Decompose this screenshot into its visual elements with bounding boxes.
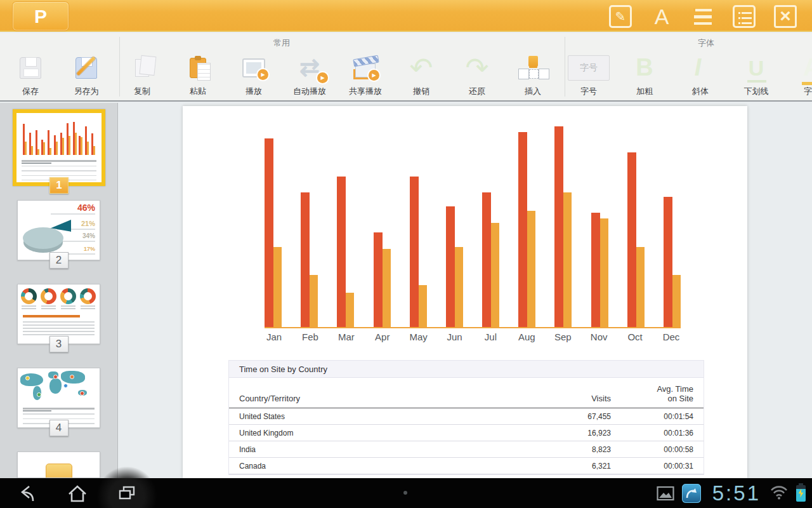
paragraph-line (23, 334, 95, 335)
slide-thumbnail-4[interactable]: 4 (17, 368, 100, 428)
placeholder-icon (46, 464, 72, 478)
android-nav-bar: 5:51 (0, 478, 812, 508)
bar-series-1 (410, 177, 419, 327)
mini-bar (75, 133, 77, 155)
percent-label: 21% (81, 220, 95, 227)
toolbar-item-italic[interactable]: 斜体 (672, 33, 728, 102)
toolbar-item-label: 自动播放 (293, 86, 326, 97)
list-box-icon[interactable] (733, 5, 756, 28)
home-button[interactable] (66, 482, 89, 505)
paragraph-line (23, 321, 95, 323)
bar-series-2 (491, 223, 499, 327)
x-axis-label: Aug (517, 331, 536, 342)
table-cell: 00:01:54 (611, 408, 704, 425)
recent-apps-button[interactable] (115, 482, 138, 505)
paragraph-line (23, 328, 95, 329)
table-cell: 6,321 (528, 458, 611, 474)
saveas-icon-wrap (64, 50, 108, 85)
slide-number-badge: 3 (49, 336, 69, 352)
toolbar-item-save[interactable]: 保存 (3, 33, 58, 102)
table-header-row: Country/Territory Visits Avg. Time on Si… (229, 378, 704, 408)
bar-series-1 (482, 192, 491, 327)
outline-icon[interactable] (691, 5, 714, 28)
bar-group (374, 232, 391, 327)
caption-line (61, 308, 75, 309)
toolbar-item-insert[interactable]: 插入 (505, 33, 561, 102)
x-axis-label: Oct (625, 331, 645, 342)
toolbar-item-paste[interactable]: 粘贴 (170, 33, 226, 102)
redo-icon (466, 55, 489, 81)
text-format-icon[interactable] (650, 5, 673, 28)
app-logo-letter: P (34, 6, 47, 27)
donut-column (60, 288, 77, 309)
app-notification-icon[interactable] (682, 484, 701, 503)
undo-icon (410, 55, 433, 81)
x-axis-label: Nov (589, 331, 608, 342)
mini-bar-group (54, 135, 58, 155)
table-body: United States67,45500:01:54United Kingdo… (229, 408, 704, 474)
mini-bar-chart (23, 118, 95, 155)
slide-thumbnail-3[interactable]: 3 (17, 284, 100, 344)
bar-series-2 (455, 247, 463, 327)
close-icon[interactable] (774, 5, 797, 28)
fontsize-icon-wrap: 字号 (566, 50, 611, 85)
back-button[interactable] (15, 482, 38, 505)
toolbar-item-bold[interactable]: 加粗 (617, 33, 672, 102)
nav-center-dot (403, 491, 407, 495)
edit-icon[interactable] (609, 5, 632, 28)
bold-icon-wrap (622, 50, 667, 85)
presentation-app: P 常用 字体 保存另存为复制粘贴播放自动播放共享播放撤销还原插入字号字号加粗斜… (0, 0, 812, 508)
font-size-box: 字号 (568, 55, 610, 81)
bar-group (627, 152, 645, 327)
paragraph-line (23, 324, 95, 326)
mini-bar-group (29, 133, 33, 155)
thumbnail-content (16, 113, 102, 182)
play-icon-wrap (232, 50, 276, 85)
caption-line (22, 305, 36, 307)
toolbar-item-fontcolor[interactable]: 字体 (784, 33, 812, 102)
chart-xlabels: JanFebMarAprMayJunJulAugSepNovOctDec (265, 331, 681, 342)
caption-line (41, 305, 56, 307)
toolbar-item-play[interactable]: 播放 (226, 33, 282, 102)
ribbon-toolbar: 常用 字体 保存另存为复制粘贴播放自动播放共享播放撤销还原插入字号字号加粗斜体下… (0, 33, 812, 102)
insert-icon (519, 56, 547, 80)
percent-label: 34% (82, 232, 95, 239)
toolbar-item-copy[interactable]: 复制 (114, 33, 170, 102)
copy-icon-wrap (120, 50, 164, 85)
slide-thumbnail-1[interactable]: 1 (13, 109, 105, 186)
status-tray: 5:51 (657, 478, 806, 508)
toolbar-item-label: 还原 (469, 86, 485, 97)
screenshot-notification-icon[interactable] (657, 486, 674, 501)
map-marker-icon (70, 375, 74, 379)
toolbar-item-underline[interactable]: 下划线 (728, 33, 784, 102)
home-icon (67, 484, 88, 503)
toolbar-item-saveas[interactable]: 另存为 (58, 33, 114, 102)
x-axis-label: Mar (337, 331, 356, 342)
slide-thumbnail-5[interactable] (17, 451, 100, 478)
table-cell: 16,923 (528, 425, 611, 441)
slide-thumbnail-2[interactable]: 46%21%34%17%2 (17, 200, 100, 260)
mini-bar-group (67, 123, 70, 155)
x-axis-label: Jul (481, 331, 500, 342)
mini-bar (56, 142, 58, 155)
toolbar-item-undo[interactable]: 撤销 (393, 33, 449, 102)
table-grid: Country/Territory Visits Avg. Time on Si… (229, 378, 704, 474)
continent-blob (49, 378, 62, 394)
toolbar-item-autoplay[interactable]: 自动播放 (282, 33, 337, 102)
title-bar: P (0, 0, 812, 32)
donut-chart-icon (80, 288, 96, 304)
bar-group (446, 206, 463, 327)
caption-line (41, 308, 56, 309)
data-table: Time on Site by Country Country/Territor… (228, 360, 704, 475)
slide-number-badge: 1 (49, 177, 69, 194)
bar-series-2 (419, 285, 427, 327)
table-cell: 00:00:58 (611, 441, 704, 458)
toolbar-item-shareplay[interactable]: 共享播放 (337, 33, 393, 102)
table-cell: United Kingdom (229, 425, 528, 441)
mini-bar-group (60, 133, 64, 155)
toolbar-item-redo[interactable]: 还原 (449, 33, 505, 102)
toolbar-item-fontsize[interactable]: 字号字号 (561, 33, 617, 102)
toolbar-item-label: 下划线 (744, 86, 769, 97)
slide-canvas[interactable]: JanFebMarAprMayJunJulAugSepNovOctDec Tim… (183, 106, 747, 478)
app-logo[interactable]: P (13, 2, 69, 30)
